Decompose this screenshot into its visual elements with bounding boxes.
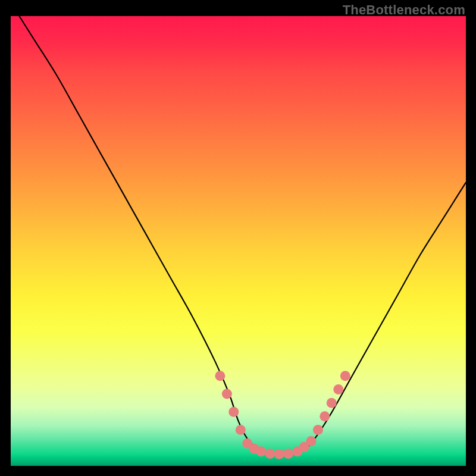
chart-svg xyxy=(11,16,466,466)
marker-dot xyxy=(283,449,293,459)
plot-area xyxy=(11,16,466,466)
curve-path xyxy=(11,16,466,455)
marker-dot xyxy=(333,384,343,394)
marker-dot xyxy=(256,446,266,456)
marker-dot xyxy=(222,389,232,399)
marker-dot xyxy=(274,449,284,459)
marker-dot xyxy=(327,398,337,408)
marker-dot xyxy=(228,407,239,417)
marker-dot xyxy=(320,411,330,421)
marker-dot xyxy=(215,371,225,381)
marker-dot xyxy=(236,425,246,435)
marker-dot xyxy=(340,371,350,381)
marker-dot xyxy=(306,436,316,446)
marker-dot xyxy=(313,425,323,435)
watermark-text: TheBottleneck.com xyxy=(343,2,465,18)
marker-dot xyxy=(265,449,275,459)
